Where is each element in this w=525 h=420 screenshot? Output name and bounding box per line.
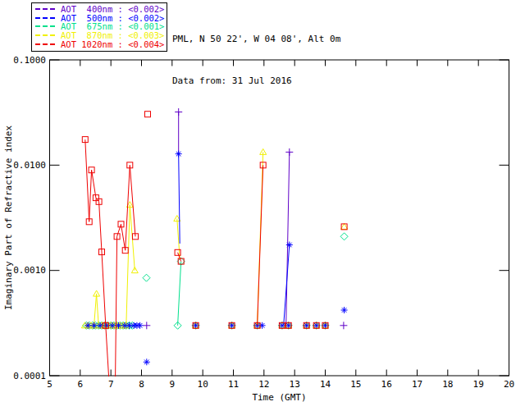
axis-labels: 5678910111213141516171819200.10000.01000…	[3, 55, 514, 404]
aeronet-refractive-index-page: AOT 400nm : <0.002>AOT 500nm : <0.002>AO…	[0, 0, 525, 420]
refractive-index-chart: 5678910111213141516171819200.10000.01000…	[0, 0, 525, 420]
x-tick-label: 15	[350, 379, 361, 390]
y-tick-label: 0.0010	[13, 265, 46, 276]
series-aot-500nm	[84, 151, 347, 366]
series-aot-870nm	[81, 148, 347, 327]
x-tick-label: 5	[47, 379, 52, 390]
x-tick-label: 7	[108, 379, 114, 390]
x-tick-label: 12	[258, 379, 269, 390]
x-tick-label: 13	[290, 379, 300, 390]
x-tick-label: 19	[473, 379, 484, 390]
x-tick-label: 10	[198, 379, 208, 390]
x-tick-label: 17	[412, 379, 422, 390]
x-tick-label: 11	[228, 379, 239, 390]
x-tick-label: 18	[442, 379, 453, 390]
x-tick-label: 8	[139, 379, 144, 390]
x-tick-label: 9	[169, 379, 175, 390]
y-tick-label: 0.0001	[13, 371, 46, 381]
x-tick-label: 6	[77, 379, 83, 390]
y-tick-label: 0.1000	[13, 55, 46, 66]
x-tick-label: 14	[320, 379, 331, 390]
x-axis-title: Time (GMT)	[252, 392, 306, 403]
x-tick-label: 20	[504, 379, 514, 390]
y-axis-title: Imaginary Part of Refractive index	[3, 126, 14, 311]
series-aot-1020nm	[82, 112, 347, 392]
series-aot-400nm	[143, 108, 347, 329]
y-tick-label: 0.0100	[13, 160, 46, 171]
x-tick-label: 16	[381, 379, 392, 390]
